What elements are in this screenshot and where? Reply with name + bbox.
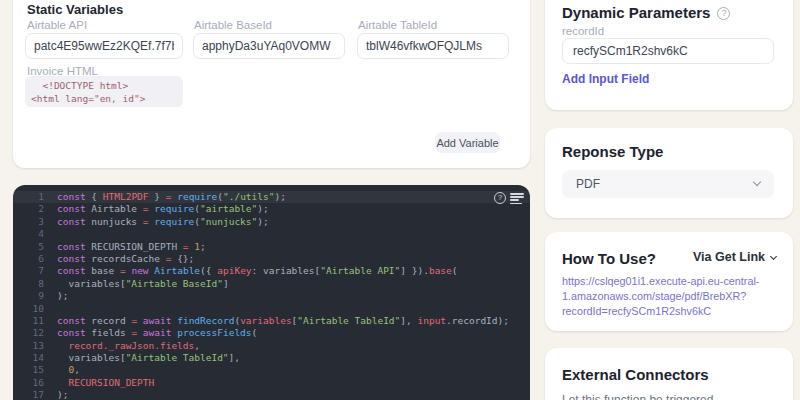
recordid-input[interactable] — [562, 38, 774, 64]
how-to-use-card: How To Use? Via Get Link https://cslqeg0… — [545, 232, 793, 331]
line-number: 8 — [13, 278, 44, 290]
code-line-text: variables["Airtable TableId"], — [57, 352, 240, 364]
line-number: 7 — [13, 265, 44, 277]
code-line[interactable]: 8 variables["Airtable BaseId"] — [13, 278, 530, 290]
invoice-html-line-2: <html lang="en, id"> — [31, 93, 145, 104]
code-line-text: variables["Airtable BaseId"] — [57, 278, 229, 290]
api-url-line-3: recordId=recfySCm1R2shv6kC — [562, 304, 767, 319]
line-number: 14 — [13, 352, 44, 364]
via-get-link-label: Via Get Link — [693, 250, 765, 264]
response-type-select[interactable]: PDF — [562, 170, 774, 198]
external-connectors-description: Let this function be triggered automatic… — [562, 392, 772, 400]
editor-menu-icon[interactable] — [510, 193, 524, 204]
line-number: 12 — [13, 327, 44, 339]
editor-help-icon[interactable]: ? — [494, 192, 506, 204]
code-line-text: const nunjucks = require("nunjucks"); — [57, 216, 269, 228]
code-line-text: 0, — [57, 364, 80, 376]
code-line[interactable]: 11const record = await findRecord(variab… — [13, 315, 530, 327]
airtable-api-label: Airtable API — [27, 19, 87, 31]
code-line[interactable]: 1const { HTML2PDF } = require("./utils")… — [13, 191, 530, 203]
code-editor[interactable]: 1const { HTML2PDF } = require("./utils")… — [13, 185, 530, 400]
code-lines[interactable]: 1const { HTML2PDF } = require("./utils")… — [13, 191, 530, 400]
line-number: 2 — [13, 203, 44, 215]
response-type-card: Reponse Type PDF — [545, 128, 793, 218]
line-number: 1 — [13, 191, 44, 203]
code-line-text: ); — [57, 290, 68, 302]
code-line[interactable]: 16 RECURSION_DEPTH — [13, 377, 530, 389]
code-line[interactable]: 17); — [13, 389, 530, 400]
code-line[interactable]: 5const RECURSION_DEPTH = 1; — [13, 241, 530, 253]
api-url-link[interactable]: https://cslqeg01i1.execute-api.eu-centra… — [562, 274, 767, 319]
line-number: 15 — [13, 364, 44, 376]
line-number: 10 — [13, 303, 44, 315]
code-line[interactable]: 3const nunjucks = require("nunjucks"); — [13, 216, 530, 228]
airtable-tableid-label: Airtable TableId — [358, 19, 437, 31]
invoice-html-snippet[interactable]: <!DOCTYPE html><html lang="en, id"> — [25, 76, 183, 107]
code-line-text: RECURSION_DEPTH — [57, 377, 154, 389]
code-line-text: const recordsCache = {}; — [57, 253, 194, 265]
api-url-line-2: 1.amazonaws.com/stage/pdf/BrebXR? — [562, 289, 767, 304]
how-to-use-title: How To Use? — [562, 250, 656, 267]
via-get-link-dropdown[interactable]: Via Get Link — [693, 250, 776, 264]
code-line[interactable]: 12const fields = await processFields( — [13, 327, 530, 339]
code-line-text: const fields = await processFields( — [57, 327, 257, 339]
line-number: 11 — [13, 315, 44, 327]
code-line[interactable]: 7const base = new Airtable({ apiKey: var… — [13, 265, 530, 277]
line-number: 5 — [13, 241, 44, 253]
api-url-line-1: https://cslqeg01i1.execute-api.eu-centra… — [562, 274, 767, 289]
dynamic-parameters-card: Dynamic Parameters? recordId Add Input F… — [545, 0, 793, 110]
airtable-baseid-label: Airtable BaseId — [194, 19, 272, 31]
external-connectors-title: External Connectors — [562, 366, 709, 383]
code-line[interactable]: 6const recordsCache = {}; — [13, 253, 530, 265]
line-number: 17 — [13, 389, 44, 400]
line-number: 16 — [13, 377, 44, 389]
line-number: 13 — [13, 340, 44, 352]
code-line-text: record._rawJson.fields, — [57, 340, 200, 352]
invoice-html-line-1: <!DOCTYPE html> — [31, 80, 128, 91]
static-variables-title: Static Variables — [27, 2, 123, 17]
code-line-text: ); — [57, 389, 68, 400]
code-line[interactable]: 15 0, — [13, 364, 530, 376]
code-line-text: const { HTML2PDF } = require("./utils"); — [57, 191, 286, 203]
add-input-field-link[interactable]: Add Input Field — [562, 72, 649, 86]
code-line[interactable]: 13 record._rawJson.fields, — [13, 340, 530, 352]
airtable-api-input[interactable] — [25, 33, 183, 59]
airtable-baseid-input[interactable] — [193, 33, 345, 59]
code-line[interactable]: 9); — [13, 290, 530, 302]
recordid-label: recordId — [562, 25, 604, 37]
line-number: 9 — [13, 290, 44, 302]
code-line-text: const base = new Airtable({ apiKey: vari… — [57, 265, 458, 277]
line-number: 4 — [13, 228, 44, 240]
chevron-down-icon — [770, 253, 777, 260]
line-number: 3 — [13, 216, 44, 228]
line-number: 6 — [13, 253, 44, 265]
add-variable-button[interactable]: Add Variable — [435, 132, 500, 153]
code-line[interactable]: 4 — [13, 228, 530, 240]
dynamic-parameters-help-icon[interactable]: ? — [717, 7, 730, 20]
code-line-text: const record = await findRecord(variable… — [57, 315, 509, 327]
code-line-text: const RECURSION_DEPTH = 1; — [57, 241, 206, 253]
code-line[interactable]: 10 — [13, 303, 530, 315]
response-type-selected: PDF — [576, 177, 600, 191]
airtable-tableid-input[interactable] — [357, 33, 509, 59]
response-type-title: Reponse Type — [562, 143, 663, 160]
static-variables-card: Static Variables Airtable API Airtable B… — [13, 0, 530, 168]
external-connectors-card: External Connectors Let this function be… — [545, 348, 793, 400]
code-line-text: const Airtable = require("airtable"); — [57, 203, 269, 215]
code-line[interactable]: 14 variables["Airtable TableId"], — [13, 352, 530, 364]
code-line[interactable]: 2const Airtable = require("airtable"); — [13, 203, 530, 215]
chevron-down-icon — [753, 178, 761, 186]
dynamic-parameters-title: Dynamic Parameters? — [562, 4, 730, 21]
